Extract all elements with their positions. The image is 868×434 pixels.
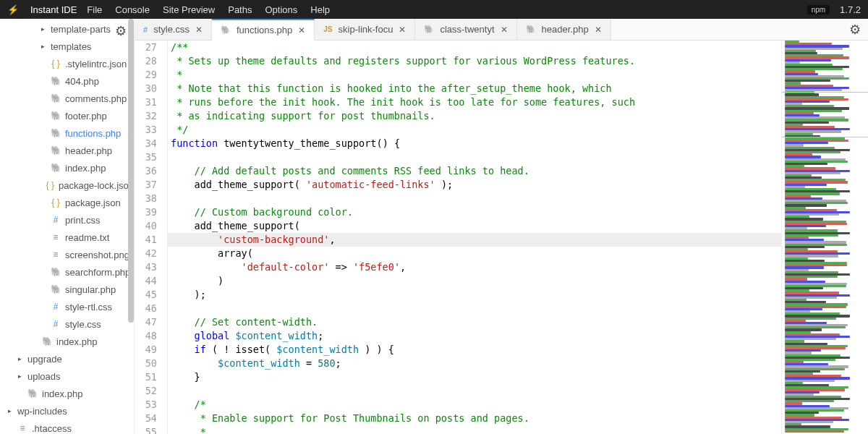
tree-item-comments-php[interactable]: 🐘comments.php [0, 90, 134, 107]
tree-item--htaccess[interactable]: ≡.htaccess [0, 420, 134, 434]
tree-item-index-php[interactable]: 🐘index.php [0, 385, 134, 402]
tab-header-php[interactable]: 🐘header.php✕ [517, 19, 611, 40]
line-number: 30 [135, 82, 157, 95]
minimap[interactable] [781, 41, 868, 434]
tab-functions-php[interactable]: 🐘functions.php✕ [212, 19, 315, 41]
code-line[interactable]: /* [168, 398, 781, 412]
code-line[interactable]: global $content_width; [168, 329, 781, 343]
caret-icon: ▸ [16, 373, 23, 380]
code-line[interactable]: * Note that this function is hooked into… [168, 82, 781, 95]
tree-item-index-php[interactable]: 🐘index.php [0, 159, 134, 176]
code-line[interactable]: 'custom-background', [168, 233, 781, 247]
tree-item-functions-php[interactable]: 🐘functions.php [0, 124, 134, 142]
tree-item-singular-php[interactable]: 🐘singular.php [0, 281, 134, 298]
code-line[interactable]: // Custom background color. [168, 205, 781, 219]
line-number: 40 [135, 219, 157, 233]
code-line[interactable]: add_theme_support( 'automatic-feed-links… [168, 178, 781, 192]
code-line[interactable]: * Sets up theme defaults and registers s… [168, 54, 781, 68]
tab-skip-link-focu[interactable]: JSskip-link-focu✕ [315, 19, 415, 40]
code-line[interactable]: // Add default posts and comments RSS fe… [168, 164, 781, 178]
code-line[interactable]: * Enable support for Post Thumbnails on … [168, 412, 781, 425]
menu-item-console[interactable]: Console [115, 4, 150, 15]
line-number: 39 [135, 205, 157, 219]
line-number: 35 [135, 150, 157, 164]
css-icon: # [143, 25, 148, 34]
line-number: 36 [135, 164, 157, 178]
menu-item-paths[interactable]: Paths [228, 4, 252, 15]
close-icon[interactable]: ✕ [399, 25, 406, 35]
tree-item--stylelintrc-json[interactable]: { }.stylelintrc.json [0, 55, 134, 72]
close-icon[interactable]: ✕ [195, 25, 203, 35]
code-line[interactable]: array( [168, 247, 781, 260]
tree-item-readme-txt[interactable]: ≡readme.txt [0, 229, 134, 246]
code-line[interactable]: * runs before the init hook. The init ho… [168, 95, 781, 109]
tree-item-print-css[interactable]: #print.css [0, 211, 134, 229]
tree-item-style-rtl-css[interactable]: #style-rtl.css [0, 298, 134, 315]
tree-item-footer-php[interactable]: 🐘footer.php [0, 107, 134, 124]
tree-item-uploads[interactable]: ▸uploads [0, 367, 134, 385]
menu-item-site-preview[interactable]: Site Preview [163, 4, 215, 15]
code-line[interactable]: function twentytwenty_theme_support() { [168, 137, 781, 150]
code-line[interactable] [168, 384, 781, 398]
code-line[interactable]: * as indicating support for post thumbna… [168, 109, 781, 123]
close-icon[interactable]: ✕ [595, 25, 602, 35]
line-number: 29 [135, 68, 157, 82]
tree-item-wp-includes[interactable]: ▸wp-includes [0, 402, 134, 420]
tree-item-label: print.css [65, 215, 100, 226]
gear-icon[interactable]: ⚙ [115, 23, 127, 39]
menu-item-file[interactable]: File [87, 4, 102, 15]
tree-item-upgrade[interactable]: ▸upgrade [0, 350, 134, 367]
line-number: 54 [135, 412, 157, 425]
editor-pane: #style.css✕🐘functions.php✕JSskip-link-fo… [135, 19, 868, 434]
tree-item-label: style.css [65, 319, 101, 330]
code-line[interactable]: ) [168, 274, 781, 288]
tree-item-template-parts[interactable]: ▸template-parts [0, 20, 134, 38]
code-line[interactable] [168, 150, 781, 164]
minimap-viewport-bottom[interactable] [782, 137, 868, 137]
caret-icon: ▸ [39, 25, 46, 33]
tab-class-twentyt[interactable]: 🐘class-twentyt✕ [415, 19, 516, 40]
tab-style-css[interactable]: #style.css✕ [135, 19, 212, 40]
php-icon: 🐘 [51, 267, 61, 277]
php-icon: 🐘 [42, 336, 52, 346]
tree-item-label: 404.php [65, 76, 99, 87]
code-line[interactable]: ); [168, 288, 781, 302]
code-line[interactable]: * [168, 425, 781, 434]
code-line[interactable]: /** [168, 41, 781, 54]
tab-label: style.css [153, 24, 190, 35]
code-editor[interactable]: /** * Sets up theme defaults and registe… [168, 41, 781, 434]
line-number: 28 [135, 54, 157, 68]
tab-settings-gear-icon[interactable]: ⚙ [842, 19, 868, 40]
line-number: 33 [135, 123, 157, 137]
code-line[interactable] [168, 192, 781, 205]
close-icon[interactable]: ✕ [501, 25, 508, 35]
close-icon[interactable]: ✕ [298, 25, 305, 35]
line-number: 45 [135, 288, 157, 302]
code-line[interactable]: } [168, 370, 781, 384]
minimap-viewport-top[interactable] [782, 92, 868, 93]
code-line[interactable]: * [168, 68, 781, 82]
app-logo-icon: ⚡ [7, 4, 19, 15]
code-line[interactable]: add_theme_support( [168, 219, 781, 233]
tree-item-header-php[interactable]: 🐘header.php [0, 142, 134, 159]
code-line[interactable] [168, 302, 781, 315]
tree-item-index-php[interactable]: 🐘index.php [0, 333, 134, 350]
code-line[interactable]: // Set content-width. [168, 315, 781, 329]
tree-item-templates[interactable]: ▸templates [0, 38, 134, 55]
tree-item-404-php[interactable]: 🐘404.php [0, 72, 134, 90]
npm-badge[interactable]: npm [807, 5, 830, 14]
code-line[interactable]: */ [168, 123, 781, 137]
code-line[interactable]: 'default-color' => 'f5efe0', [168, 260, 781, 274]
tree-item-searchform-php[interactable]: 🐘searchform.php [0, 263, 134, 281]
sidebar-scrollbar[interactable] [128, 19, 134, 323]
tree-item-screenshot-png[interactable]: ≡screenshot.png [0, 246, 134, 263]
menu-item-help[interactable]: Help [310, 4, 330, 15]
tree-item-label: comments.php [65, 93, 127, 104]
tree-item-package-json[interactable]: { }package.json [0, 194, 134, 211]
tree-item-package-lock-json[interactable]: { }package-lock.json [0, 176, 134, 194]
code-line[interactable]: $content_width = 580; [168, 357, 781, 370]
caret-icon: ▸ [16, 355, 23, 362]
code-line[interactable]: if ( ! isset( $content_width ) ) { [168, 343, 781, 357]
tree-item-style-css[interactable]: #style.css [0, 315, 134, 333]
menu-item-options[interactable]: Options [265, 4, 297, 15]
